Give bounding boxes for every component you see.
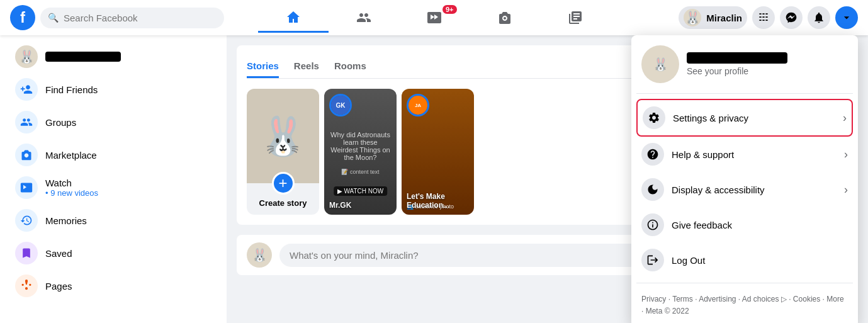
dropdown-item-logout[interactable]: Log Out	[636, 242, 853, 278]
groups-icon	[568, 10, 583, 25]
story-card-gk[interactable]: Why did Astronauts learn these Weirdest …	[324, 89, 397, 215]
search-input[interactable]	[64, 13, 217, 23]
create-story-plus-button[interactable]: +	[272, 172, 295, 195]
sidebar-item-find-friends[interactable]: Find Friends	[5, 73, 222, 106]
help-label: Help & support	[672, 149, 837, 160]
dropdown-profile[interactable]: 🐰 See your profile	[636, 40, 853, 88]
marketplace-nav-button[interactable]	[470, 3, 540, 33]
story-avatar-edu: JA	[407, 94, 429, 116]
groups-nav-button[interactable]	[540, 3, 611, 33]
home-icon	[286, 9, 301, 25]
tab-reels[interactable]: Reels	[294, 55, 319, 78]
notifications-button[interactable]	[808, 6, 830, 29]
sidebar-username-bar	[45, 52, 121, 62]
dropdown-avatar: 🐰	[641, 45, 679, 83]
settings-icon	[643, 106, 665, 129]
search-icon: 🔍	[48, 13, 59, 23]
logout-icon	[641, 249, 664, 271]
feedback-icon	[641, 213, 664, 236]
display-chevron: ›	[844, 183, 848, 196]
tab-stories[interactable]: Stories	[247, 55, 279, 78]
sidebar-item-groups[interactable]: Groups	[5, 106, 222, 139]
groups-icon	[15, 111, 38, 133]
watch-now-badge: ▶ WATCH NOW	[334, 186, 388, 196]
topnav-center: 9+	[224, 3, 644, 33]
user-avatar-small: 🐰	[684, 9, 701, 26]
sidebar-item-marketplace[interactable]: Marketplace	[5, 139, 222, 171]
sidebar-item-label: Groups	[45, 117, 76, 128]
watch-badge: 9+	[442, 5, 457, 14]
memories-icon	[15, 209, 38, 232]
tab-rooms[interactable]: Rooms	[334, 55, 366, 78]
display-label: Display & accessibility	[672, 184, 837, 195]
dropdown-divider	[636, 93, 853, 94]
watch-icon	[427, 10, 442, 25]
create-story-card[interactable]: 🐰 + Create story	[247, 89, 319, 215]
dropdown-name-bar	[687, 52, 787, 64]
sidebar-item-label: Memories	[45, 215, 87, 226]
account-menu-button[interactable]	[835, 6, 858, 29]
user-profile-button[interactable]: 🐰 Miraclin	[679, 6, 747, 29]
topnav-right: 🐰 Miraclin	[644, 6, 858, 29]
sidebar-item-label: Saved	[45, 248, 72, 259]
sidebar-item-label: Find Friends	[45, 84, 98, 95]
watch-label-group: Watch • 9 new videos	[45, 178, 98, 198]
sidebar-user-avatar: 🐰	[15, 45, 38, 68]
sidebar-user-profile[interactable]: 🐰	[5, 40, 222, 73]
see-profile-label: See your profile	[687, 66, 787, 76]
feedback-label: Give feedback	[672, 220, 848, 230]
dropdown-item-display[interactable]: Display & accessibility ›	[636, 172, 853, 207]
display-icon	[641, 178, 664, 201]
sidebar-item-label: Pages	[45, 281, 72, 292]
apps-menu-button[interactable]	[752, 6, 775, 29]
watch-nav-button[interactable]: 9+	[399, 3, 470, 33]
messenger-icon	[785, 11, 798, 24]
sidebar: 🐰 Find Friends Groups Marketplace Watch …	[0, 35, 227, 323]
help-chevron: ›	[844, 148, 848, 161]
settings-label: Settings & privacy	[673, 113, 835, 123]
help-icon	[641, 143, 664, 166]
messenger-button[interactable]	[780, 6, 803, 29]
friends-nav-button[interactable]	[329, 3, 399, 33]
chevron-down-icon	[840, 11, 853, 24]
topnav-left: f 🔍	[10, 5, 224, 30]
create-story-label: Create story	[247, 198, 319, 208]
settings-chevron: ›	[843, 111, 847, 125]
grid-icon	[757, 11, 770, 24]
sidebar-item-pages[interactable]: Pages	[5, 269, 222, 302]
post-user-avatar: 🐰	[247, 242, 272, 268]
sidebar-item-memories[interactable]: Memories	[5, 204, 222, 237]
top-navigation: f 🔍 9+ 🐰 Miraclin	[0, 0, 868, 35]
bell-icon	[813, 11, 825, 24]
dropdown-item-settings[interactable]: Settings & privacy ›	[636, 99, 853, 137]
find-friends-icon	[15, 78, 38, 101]
story-label-gk: Mr.GK	[329, 201, 392, 210]
story-label-edu: Let's Make Education...	[407, 192, 469, 210]
dropdown-footer: Privacy · Terms · Advertising · Ad choic…	[636, 288, 853, 322]
sidebar-item-watch[interactable]: Watch • 9 new videos	[5, 171, 222, 204]
story-avatar-gk: GK	[329, 94, 352, 116]
home-nav-button[interactable]	[258, 3, 329, 33]
create-story-image: 🐰	[247, 89, 319, 183]
account-dropdown-menu: 🐰 See your profile Settings & privacy › …	[631, 35, 858, 323]
sidebar-item-label: Marketplace	[45, 150, 97, 161]
marketplace-icon	[497, 10, 512, 25]
dropdown-footer-divider	[636, 283, 853, 283]
watch-icon	[15, 176, 38, 199]
dropdown-item-help[interactable]: Help & support ›	[636, 137, 853, 172]
logout-label: Log Out	[672, 255, 848, 266]
sidebar-item-label: Watch	[45, 178, 98, 188]
story-card-edu[interactable]: 👥 audience photo JA Let's Make Education…	[402, 89, 474, 215]
user-name-label: Miraclin	[706, 13, 742, 23]
facebook-logo[interactable]: f	[10, 5, 35, 30]
marketplace-icon	[15, 144, 38, 166]
watch-sublabel: • 9 new videos	[45, 188, 98, 198]
dropdown-item-feedback[interactable]: Give feedback	[636, 207, 853, 242]
saved-icon	[15, 242, 38, 264]
pages-icon	[15, 275, 38, 297]
friends-icon	[356, 10, 371, 25]
search-box[interactable]: 🔍	[40, 8, 224, 28]
sidebar-item-saved[interactable]: Saved	[5, 237, 222, 269]
